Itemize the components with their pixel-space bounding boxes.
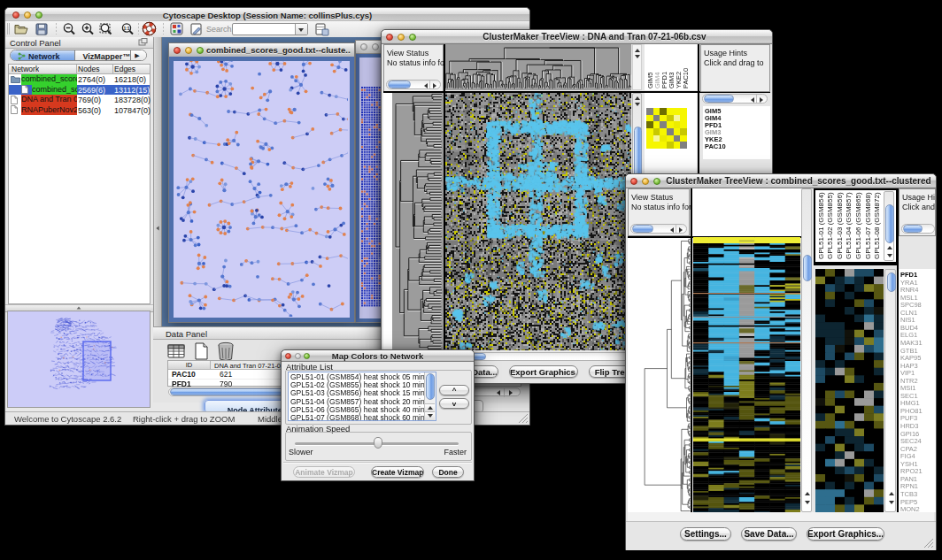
network1-view[interactable] — [169, 57, 354, 322]
network-list-row[interactable]: DNA and Tran 07769(0)183728(0) — [9, 95, 150, 105]
scroll-arrow-icon[interactable] — [889, 501, 894, 504]
move-up-button[interactable]: ^ — [439, 385, 469, 395]
done-button[interactable]: Done — [432, 466, 464, 478]
tv2-resize-grip[interactable] — [923, 537, 934, 548]
tv2-zoom-vscroll[interactable] — [884, 269, 896, 512]
zoom-button[interactable] — [653, 178, 660, 185]
close-button[interactable] — [174, 47, 181, 54]
tv2-settings-button[interactable]: Settings... — [680, 527, 731, 541]
scroll-arrow-icon[interactable] — [635, 55, 640, 58]
tv2-hints-scrollbar[interactable] — [901, 224, 935, 234]
tv1-hints-scrollbar[interactable] — [702, 94, 768, 104]
save-icon[interactable] — [35, 22, 49, 36]
animation-slider-thumb[interactable] — [374, 437, 382, 449]
scroll-arrow-icon[interactable] — [805, 501, 810, 504]
scroll-arrow-icon[interactable] — [428, 414, 433, 418]
vizmapper-icon[interactable] — [170, 22, 183, 35]
scroll-arrow-icon[interactable] — [424, 83, 428, 88]
scrollbar-thumb[interactable] — [632, 225, 653, 233]
scroll-arrow-icon[interactable] — [760, 97, 763, 103]
network-overview[interactable] — [7, 311, 151, 408]
scroll-arrow-icon[interactable] — [433, 83, 436, 88]
minimize-button[interactable] — [372, 43, 379, 50]
scroll-arrow-icon[interactable] — [889, 492, 894, 495]
animate-vizmap-button[interactable]: Animate Vizmap — [293, 466, 355, 478]
scroll-arrow-icon[interactable] — [509, 390, 513, 395]
search-input[interactable] — [232, 23, 308, 35]
scrollbar-thumb[interactable] — [887, 272, 896, 292]
scroll-arrow-icon[interactable] — [887, 246, 892, 249]
scroll-arrow-icon[interactable] — [497, 390, 500, 395]
zoom-fit-icon[interactable] — [98, 22, 114, 36]
scroll-arrow-icon[interactable] — [751, 97, 754, 103]
attribute-list-vscroll[interactable] — [424, 372, 436, 420]
scroll-arrow-icon[interactable] — [156, 226, 158, 231]
zoom-out-icon[interactable] — [62, 22, 77, 36]
tv2-heatmap[interactable] — [693, 237, 800, 512]
zoom-actual-icon[interactable]: 1:1 — [120, 22, 135, 36]
tv1-gene-dendrogram[interactable] — [392, 93, 444, 350]
tv2-export-graphics-button[interactable]: Export Graphics... — [807, 527, 884, 541]
dialog-titlebar[interactable]: Map Colors to Network — [282, 350, 474, 362]
tv2-status-scrollbar[interactable] — [630, 224, 687, 234]
attribute-list[interactable]: GPL51-01 (GSM854) heat shock 05 minGPL51… — [288, 372, 436, 421]
import-table-icon[interactable] — [314, 22, 329, 36]
attribute-list-item[interactable]: GPL51-07 (GSM868) heat shock 60 min — [290, 414, 423, 421]
resize-grip[interactable] — [518, 413, 529, 424]
move-down-button[interactable]: v — [439, 398, 469, 409]
treeview1-titlebar[interactable]: ClusterMaker TreeView : DNA and Tran 07-… — [382, 30, 772, 44]
close-button[interactable] — [360, 43, 367, 50]
scrollbar-thumb[interactable] — [388, 81, 411, 88]
close-button[interactable] — [386, 34, 393, 41]
scroll-arrow-icon[interactable] — [428, 406, 433, 410]
minimize-button[interactable] — [185, 47, 192, 54]
scroll-arrow-icon[interactable] — [635, 49, 640, 52]
main-titlebar[interactable]: Cytoscape Desktop (Session Name: collins… — [5, 8, 529, 22]
tab-network[interactable]: Network — [11, 50, 75, 60]
zoom-in-icon[interactable] — [81, 22, 96, 36]
tv2-zoom-heatmap[interactable] — [815, 269, 884, 512]
scroll-arrow-icon[interactable] — [679, 227, 683, 233]
scroll-arrow-icon[interactable] — [805, 492, 810, 495]
network-list-row[interactable]: combined_sco2569(6)13112(15) — [9, 85, 150, 96]
minimize-button[interactable] — [398, 34, 405, 41]
scroll-arrow-icon[interactable] — [77, 306, 81, 309]
tv1-array-dendrogram[interactable] — [445, 44, 631, 90]
create-vizmap-button[interactable]: Create Vizmap — [371, 466, 424, 478]
minimize-button[interactable] — [642, 178, 649, 185]
scroll-arrow-icon[interactable] — [887, 254, 892, 257]
tv2-vscroll[interactable] — [801, 188, 812, 512]
network1-titlebar[interactable]: combined_scores_good.txt--cluste... — [169, 43, 354, 58]
search-dropdown-button[interactable] — [295, 24, 307, 35]
tv1-heatmap[interactable] — [445, 93, 631, 350]
scrollbar-thumb[interactable] — [885, 204, 894, 243]
delete-attribute-icon[interactable] — [216, 341, 236, 362]
tv1-export-graphics-button[interactable]: Export Graphics... — [509, 365, 578, 378]
tv1-correlation-matrix[interactable] — [646, 108, 687, 149]
treeview2-titlebar[interactable]: ClusterMaker TreeView : combined_scores_… — [626, 174, 936, 188]
scroll-arrow-icon[interactable] — [635, 103, 640, 106]
open-folder-icon[interactable] — [13, 22, 28, 36]
scrollbar-thumb[interactable] — [704, 95, 734, 103]
zoom-button[interactable] — [409, 34, 416, 41]
close-button[interactable] — [630, 178, 637, 185]
zoom-button[interactable] — [197, 47, 204, 54]
network-list-row[interactable]: RNAPuberNov2+!563(0)107847(0) — [9, 105, 150, 116]
id-column-header[interactable]: ID — [168, 361, 211, 369]
tv2-collabel-vscroll[interactable] — [884, 191, 894, 261]
scrollbar-thumb[interactable] — [903, 225, 923, 233]
tv1-status-scrollbar[interactable] — [386, 80, 441, 89]
scroll-arrow-icon[interactable] — [635, 96, 640, 100]
new-attribute-icon[interactable] — [191, 341, 211, 361]
scrollbar-thumb[interactable] — [803, 255, 812, 281]
scroll-arrow-icon[interactable] — [670, 227, 674, 233]
tv2-save-data-button[interactable]: Save Data... — [741, 527, 797, 541]
scrollbar-thumb[interactable] — [426, 373, 435, 400]
tab-vizmapper[interactable]: VizMapper™ — [75, 50, 131, 60]
help-ring-icon[interactable] — [142, 21, 157, 36]
tab-overflow[interactable]: ▶ — [131, 50, 146, 60]
float-panel-icon[interactable] — [138, 38, 148, 47]
attribute-grid-icon[interactable] — [166, 341, 186, 361]
tv2-gene-dendrogram[interactable] — [628, 238, 691, 512]
network-list-row[interactable]: combined_scores_2764(0)16218(0) — [9, 74, 150, 85]
